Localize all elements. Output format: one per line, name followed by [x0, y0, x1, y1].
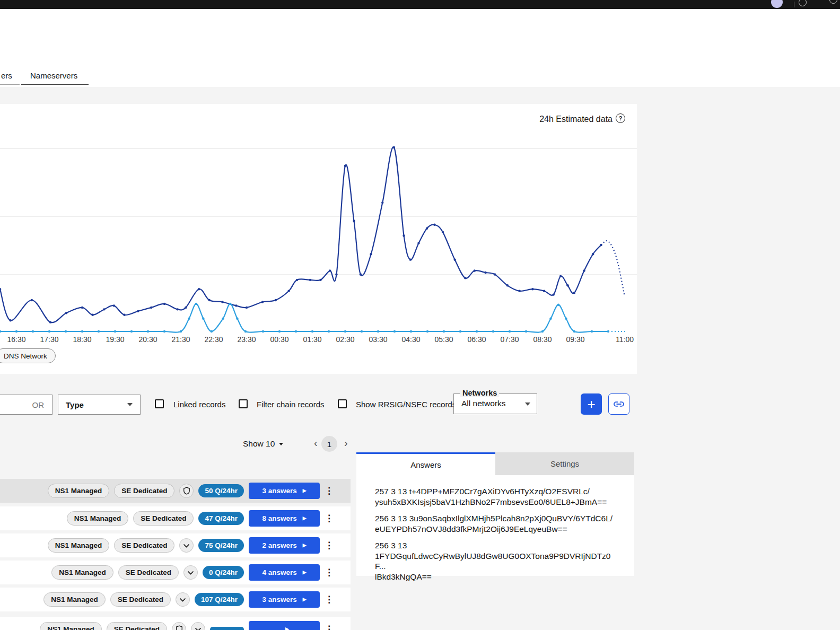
svg-text:21:30: 21:30 — [171, 335, 190, 344]
answers-button-label: 8 answers — [262, 514, 296, 522]
svg-text:07:30: 07:30 — [500, 335, 519, 344]
dnskey-answer-record: 256 3 13 3u9onSaqbxIlglXMHjh5Plcah8n2pXj… — [375, 513, 618, 534]
tab-nameservers-underline — [21, 84, 89, 85]
linked-records-checkbox[interactable] — [155, 399, 164, 408]
filter-chain-records-checkbox[interactable] — [239, 399, 248, 408]
answers-settings-tabs: Answers Settings — [356, 452, 634, 475]
pagination-next-icon[interactable]: › — [344, 437, 348, 449]
answers-button-label: 4 answers — [262, 568, 296, 576]
help-menu-icon[interactable] — [799, 0, 807, 6]
or-filter-box[interactable]: OR — [0, 395, 52, 415]
svg-text:00:30: 00:30 — [270, 335, 288, 344]
record-badge: NS1 Managed — [67, 511, 129, 526]
record-row[interactable]: NS1 ManagedSE Dedicated107 Q/24hr3 answe… — [0, 588, 351, 611]
chart-title: 24h Estimated data — [539, 115, 612, 124]
type-dropdown-label: Type — [66, 400, 84, 409]
play-icon: ▶ — [303, 516, 307, 521]
kebab-menu-icon[interactable]: ⋮ — [325, 567, 332, 578]
svg-text:04:30: 04:30 — [401, 335, 420, 344]
chevron-down-icon — [525, 402, 530, 406]
play-icon: ▶ — [303, 543, 307, 548]
show-page-size-dropdown[interactable]: Show 10 — [243, 439, 283, 449]
top-navigation-bar — [0, 0, 840, 9]
link-record-button[interactable] — [608, 393, 629, 415]
answers-button[interactable]: 2 answers▶ — [249, 537, 320, 554]
svg-text:08:30: 08:30 — [533, 335, 552, 344]
kebab-menu-icon[interactable]: ⋮ — [325, 485, 332, 496]
or-label: OR — [32, 400, 45, 409]
svg-text:19:30: 19:30 — [106, 335, 124, 344]
record-badge: SE Dedicated — [118, 565, 179, 580]
account-menu-icon[interactable] — [829, 0, 837, 4]
answers-button[interactable]: 3 answers▶ — [249, 483, 320, 499]
record-badge: NS1 Managed — [40, 622, 102, 630]
add-record-button[interactable]: + — [581, 393, 602, 415]
chevron-down-icon — [179, 598, 186, 602]
chevron-down-icon — [183, 544, 190, 548]
tab-answers[interactable]: Answers — [356, 452, 495, 475]
answers-button[interactable]: 3 answers▶ — [249, 591, 320, 608]
dnskey-answer-record: 257 3 13 t+4DPP+MFZ0Cr7gAXiDYv6HTyXzq/O2… — [375, 486, 618, 507]
svg-text:11:00: 11:00 — [616, 335, 634, 344]
record-row[interactable]: NS1 ManagedSE Dedicated0 Q/24hr4 answers… — [0, 561, 351, 584]
tab-settings[interactable]: Settings — [495, 452, 634, 475]
svg-text:01:30: 01:30 — [303, 335, 321, 344]
queries-per-24hr-pill: 47 Q/24hr — [198, 512, 244, 525]
networks-dropdown[interactable]: Networks All networks — [453, 393, 537, 414]
answers-button[interactable]: 8 answers▶ — [249, 510, 320, 527]
expand-chevron-button[interactable] — [179, 538, 194, 553]
link-icon — [612, 398, 625, 410]
svg-text:23:30: 23:30 — [237, 335, 256, 344]
expand-chevron-button[interactable] — [176, 592, 190, 607]
topbar-divider — [794, 2, 794, 7]
record-row[interactable]: NS1 ManagedSE Dedicated47 Q/24hr8 answer… — [0, 506, 351, 530]
record-badge: NS1 Managed — [43, 592, 106, 607]
pagination-prev-icon[interactable]: ‹ — [314, 437, 318, 449]
kebab-menu-icon[interactable]: ⋮ — [325, 624, 332, 630]
user-avatar[interactable] — [771, 0, 783, 8]
legend-dns-network[interactable]: DNS Network — [0, 348, 56, 363]
dnssec-shield-button[interactable] — [179, 484, 194, 498]
chevron-down-icon — [187, 571, 194, 575]
queries-per-24hr-pill: 75 Q/24hr — [198, 539, 244, 552]
play-icon: ▶ — [285, 627, 289, 630]
record-badge: SE Dedicated — [107, 622, 167, 630]
question-circle-icon[interactable]: ? — [616, 113, 625, 123]
svg-text:02:30: 02:30 — [336, 335, 354, 344]
record-badge: SE Dedicated — [114, 538, 174, 553]
play-icon: ▶ — [303, 597, 307, 602]
answers-button-label: 3 answers — [262, 487, 296, 495]
svg-text:03:30: 03:30 — [369, 335, 387, 344]
dnssec-shield-button[interactable] — [172, 622, 186, 630]
kebab-menu-icon[interactable]: ⋮ — [325, 594, 332, 605]
networks-dropdown-title: Networks — [460, 389, 499, 397]
queries-per-24hr-pill: 50 Q/24hr — [198, 484, 244, 497]
record-row[interactable]: NS1 ManagedSE Dedicated50 Q/24hr3 answer… — [0, 479, 351, 503]
expand-chevron-button[interactable] — [191, 622, 205, 630]
tab-records-underline — [0, 84, 20, 85]
answers-panel-body: 257 3 13 t+4DPP+MFZ0Cr7gAXiDYv6HTyXzq/O2… — [356, 475, 634, 576]
record-row[interactable]: NS1 ManagedSE Dedicated▶⋮ — [0, 617, 351, 630]
answers-button-label: 3 answers — [262, 596, 296, 603]
answers-button[interactable]: 4 answers▶ — [249, 564, 320, 581]
answers-button[interactable]: ▶ — [249, 621, 320, 630]
show-rrsig-nsec-checkbox[interactable] — [338, 399, 347, 408]
shield-icon — [183, 487, 190, 495]
kebab-menu-icon[interactable]: ⋮ — [325, 513, 332, 524]
networks-dropdown-value: All networks — [461, 399, 506, 408]
expand-chevron-button[interactable] — [183, 565, 198, 580]
play-icon: ▶ — [303, 570, 307, 575]
record-badge: SE Dedicated — [110, 592, 171, 607]
svg-text:17:30: 17:30 — [40, 335, 58, 344]
tab-records-partial[interactable]: ers — [1, 71, 12, 80]
svg-text:22:30: 22:30 — [204, 335, 223, 344]
filter-chain-records-label: Filter chain records — [257, 400, 325, 409]
record-row[interactable]: NS1 ManagedSE Dedicated75 Q/24hr2 answer… — [0, 533, 351, 557]
caret-down-icon — [279, 443, 283, 445]
svg-text:05:30: 05:30 — [434, 335, 453, 344]
tab-nameservers[interactable]: Nameservers — [30, 71, 77, 80]
pagination-page-1[interactable]: 1 — [321, 436, 337, 452]
kebab-menu-icon[interactable]: ⋮ — [325, 540, 332, 551]
page-header-band — [0, 9, 840, 87]
type-dropdown[interactable]: Type — [58, 395, 141, 415]
